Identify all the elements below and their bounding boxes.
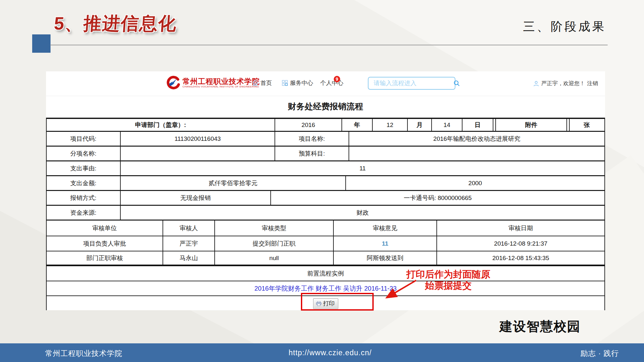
audit-unit: 部门正职审核 <box>47 251 163 265</box>
user-greeting: 严正宇，欢迎您！ <box>541 80 585 87</box>
slide-caption: 建设智慧校园 <box>499 318 581 335</box>
title-bullet-square <box>32 34 51 53</box>
audit-opinion: 11 <box>334 236 437 251</box>
audit-opinion: 阿斯顿发送到 <box>334 251 437 265</box>
school-name-en: CHANGZHOU VOCATIONAL INSTITUTE OF ENGINE… <box>182 85 260 88</box>
pre-flow-title: 前置流程实例 <box>47 266 604 281</box>
card-number: 一卡通号码: 8000000665 <box>271 191 604 205</box>
nav-service-label: 服务中心 <box>290 79 313 87</box>
audit-header: 审核意见 <box>334 221 437 236</box>
audit-date: 2016-12-08 15:43:35 <box>437 251 604 265</box>
field-value: 财政 <box>121 206 604 220</box>
home-icon <box>252 80 258 86</box>
year-value: 2016 <box>275 119 342 131</box>
divider-cell <box>493 119 496 131</box>
amount-number: 2000 <box>346 176 604 190</box>
field-value <box>121 147 275 160</box>
field-value: 2016年输配电价改动态进展研究 <box>349 132 604 146</box>
field-label: 支出金额: <box>47 176 121 190</box>
day-unit: 日 <box>462 119 493 131</box>
field-label: 项目名称: <box>275 132 349 146</box>
field-label: 报销方式: <box>47 191 121 205</box>
audit-type: null <box>215 251 334 265</box>
pre-flow-link[interactable]: 2016年学院财务工作 财务工作 吴访升 2016-11-23 <box>255 284 397 293</box>
print-button[interactable]: 打印 <box>313 298 338 309</box>
field-label: 资金来源: <box>47 206 121 220</box>
sheets-unit: 张 <box>570 119 604 131</box>
flow-search-box <box>368 77 455 90</box>
attachment-label: 附件 <box>496 119 567 131</box>
year-unit: 年 <box>342 119 373 131</box>
logout-link[interactable]: 注销 <box>587 80 598 87</box>
field-label: 项目代码: <box>47 132 121 146</box>
audit-row: 部门正职审核 马永山 null 阿斯顿发送到 2016-12-08 15:43:… <box>47 251 604 266</box>
notification-badge[interactable]: 9 <box>334 76 340 82</box>
nav-home[interactable]: 首页 <box>252 79 272 87</box>
search-input[interactable] <box>373 79 453 87</box>
section-heading: 三、阶段成果 <box>523 19 606 35</box>
audit-header: 审核类型 <box>215 221 334 236</box>
month-unit: 月 <box>408 119 432 131</box>
grid-icon <box>282 80 288 86</box>
month-value: 12 <box>373 119 408 131</box>
user-icon <box>533 80 539 87</box>
pre-flow-link-row: 2016年学院财务工作 财务工作 吴访升 2016-11-23 <box>47 281 604 296</box>
printer-icon <box>316 301 322 306</box>
footer-bar: 常州工程职业技术学院 http://www.czie.edu.cn/ 励志 · … <box>0 343 644 362</box>
audit-person: 马永山 <box>163 251 215 265</box>
form-row-project: 项目代码: 11130200116043 项目名称: 2016年输配电价改动态进… <box>47 132 604 147</box>
field-value: 11130200116043 <box>121 132 275 146</box>
nav-service-center[interactable]: 服务中心 <box>282 79 313 87</box>
audit-person: 严正宇 <box>163 236 215 251</box>
form-row-method: 报销方式: 无现金报销 一卡通号码: 8000000665 <box>47 191 604 206</box>
school-emblem-icon <box>166 76 180 90</box>
field-label: 分项名称: <box>47 147 121 160</box>
form-title: 财务处经费报销流程 <box>46 101 605 112</box>
form-row-fund-source: 资金来源: 财政 <box>47 206 604 221</box>
form-row-subitem: 分项名称: 预算科目: <box>47 147 604 161</box>
user-area: 严正宇，欢迎您！ 注销 <box>533 80 598 87</box>
expense-form-table: 申请部门（盖章）: 2016 年 12 月 14 日 附件 张 项目代码: 11… <box>46 118 605 310</box>
title-underline <box>50 45 608 45</box>
form-row-date: 申请部门（盖章）: 2016 年 12 月 14 日 附件 张 <box>47 119 604 132</box>
school-name-cn: 常州工程职业技术学院 <box>182 77 260 85</box>
nav-home-label: 首页 <box>260 79 272 87</box>
audit-unit: 项目负责人审批 <box>47 236 163 251</box>
audit-header: 审核人 <box>163 221 215 236</box>
footer-motto: 励志 · 践行 <box>581 348 619 358</box>
portal-page: 常州工程职业技术学院 CHANGZHOU VOCATIONAL INSTITUT… <box>46 71 605 310</box>
form-row-reason: 支出事由: 11 <box>47 161 604 176</box>
field-label: 支出事由: <box>47 161 121 175</box>
slide-title: 5、推进信息化 <box>53 12 177 36</box>
day-value: 14 <box>432 119 462 131</box>
field-value <box>349 147 604 160</box>
footer-school-name: 常州工程职业技术学院 <box>45 348 122 358</box>
form-row-amount: 支出金额: 贰仟零佰零拾零元 2000 <box>47 176 604 191</box>
audit-header: 审核日期 <box>437 221 604 236</box>
portal-header: 常州工程职业技术学院 CHANGZHOU VOCATIONAL INSTITUT… <box>46 71 605 96</box>
search-icon[interactable] <box>453 80 460 87</box>
audit-header-row: 审核单位 审核人 审核类型 审核意见 审核日期 <box>47 221 604 236</box>
audit-date: 2016-12-08 9:21:37 <box>437 236 604 251</box>
school-logo[interactable]: 常州工程职业技术学院 CHANGZHOU VOCATIONAL INSTITUT… <box>166 76 260 90</box>
audit-type: 提交到部门正职 <box>215 236 334 251</box>
pre-flow-link-cell: 2016年学院财务工作 财务工作 吴访升 2016-11-23 <box>47 281 604 295</box>
print-button-label: 打印 <box>323 300 335 307</box>
audit-row: 项目负责人审批 严正宇 提交到部门正职 11 2016-12-08 9:21:3… <box>47 236 604 251</box>
field-value: 11 <box>121 161 604 175</box>
method-value: 无现金报销 <box>121 191 271 205</box>
footer-url: http://www.czie.edu.cn/ <box>289 348 372 357</box>
amount-chinese: 贰仟零佰零拾零元 <box>121 176 346 190</box>
dept-label: 申请部门（盖章）: <box>47 119 275 131</box>
field-label: 预算科目: <box>275 147 349 160</box>
divider-cell <box>567 119 570 131</box>
audit-header: 审核单位 <box>47 221 163 236</box>
pre-flow-title-row: 前置流程实例 <box>47 266 604 281</box>
